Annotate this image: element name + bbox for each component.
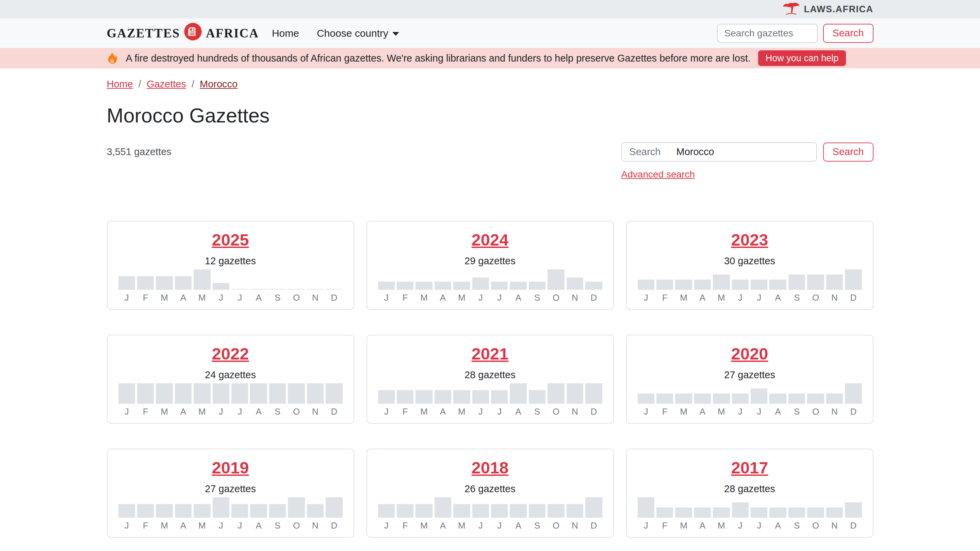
gazettes-africa-logo[interactable]: GAZETTES AFRICA [107, 22, 259, 44]
month-label: M [675, 292, 692, 303]
month-labels: JFMAMJJASOND [378, 520, 602, 531]
month-label: J [732, 292, 749, 303]
month-label: O [807, 292, 824, 303]
month-label: A [769, 407, 786, 417]
month-bar [156, 504, 172, 518]
month-label: M [194, 520, 210, 531]
search-gazettes-input[interactable] [717, 24, 818, 43]
month-labels: JFMAMJJASOND [638, 407, 862, 417]
month-label: J [231, 292, 248, 303]
month-label: J [751, 520, 767, 531]
month-bar [788, 275, 805, 290]
month-label: A [769, 292, 786, 303]
month-bar [378, 282, 395, 290]
year-link-2023[interactable]: 2023 [638, 230, 862, 249]
month-bar [307, 383, 324, 404]
month-label: D [845, 292, 862, 303]
filter-search-input[interactable]: Search Morocco [621, 142, 817, 162]
month-bar [194, 504, 210, 518]
navbar-search-button[interactable]: Search [823, 24, 873, 43]
month-label: O [547, 520, 564, 531]
nav-home[interactable]: Home [272, 27, 299, 39]
month-bar [175, 383, 192, 404]
laws-africa-logo[interactable]: LAWS.AFRICA [782, 2, 873, 17]
gazette-total-count: 3,551 gazettes [107, 142, 172, 157]
month-label: O [547, 407, 564, 417]
month-label: J [638, 292, 654, 303]
month-bar [675, 508, 692, 518]
month-bar [231, 289, 248, 290]
year-gazette-count: 27 gazettes [118, 483, 343, 495]
month-bar [326, 383, 342, 404]
month-bar [510, 504, 527, 518]
how-you-can-help-button[interactable]: How you can help [758, 50, 846, 66]
month-bar [547, 504, 564, 518]
year-gazette-count: 30 gazettes [638, 256, 862, 267]
breadcrumb-home[interactable]: Home [107, 79, 133, 90]
month-label: S [529, 407, 546, 417]
month-label: M [713, 407, 730, 417]
month-label: O [288, 292, 305, 303]
month-bar [826, 275, 843, 290]
breadcrumb-gazettes[interactable]: Gazettes [147, 79, 186, 90]
month-bar [826, 508, 843, 518]
month-bar [585, 497, 602, 518]
month-bar [713, 394, 730, 404]
month-bar [453, 282, 470, 290]
month-labels: JFMAMJJASOND [638, 292, 862, 303]
month-label: M [675, 520, 692, 531]
month-bar [307, 289, 324, 290]
year-link-2018[interactable]: 2018 [378, 458, 602, 477]
breadcrumb-separator: / [138, 79, 141, 90]
year-card-2017: 201728 gazettesJFMAMJJASOND [626, 449, 873, 538]
monthly-bar-chart [638, 383, 862, 404]
month-bar [845, 502, 862, 518]
month-bar [713, 275, 730, 290]
laws-africa-topbar: LAWS.AFRICA [0, 0, 980, 18]
year-link-2025[interactable]: 2025 [118, 230, 343, 249]
year-link-2020[interactable]: 2020 [638, 344, 862, 363]
year-gazette-count: 29 gazettes [378, 256, 602, 267]
month-bar [694, 508, 711, 518]
newspaper-icon [183, 22, 202, 44]
month-label: A [694, 407, 711, 417]
breadcrumb-morocco[interactable]: Morocco [200, 79, 237, 90]
year-link-2017[interactable]: 2017 [638, 458, 862, 477]
year-card-2018: 201826 gazettesJFMAMJJASOND [366, 449, 614, 538]
month-label: M [713, 520, 730, 531]
year-link-2022[interactable]: 2022 [118, 344, 343, 363]
year-link-2019[interactable]: 2019 [118, 458, 343, 477]
month-bar [491, 282, 508, 290]
year-link-2024[interactable]: 2024 [378, 230, 602, 249]
month-bar [307, 504, 324, 518]
nav-choose-country[interactable]: Choose country [317, 27, 399, 39]
advanced-search-link[interactable]: Advanced search [621, 169, 695, 180]
month-label: J [491, 520, 508, 531]
month-bar [732, 502, 749, 518]
laws-africa-wordmark: LAWS.AFRICA [804, 4, 873, 14]
month-bar [231, 383, 248, 404]
month-bar [510, 383, 527, 404]
month-label: A [250, 292, 267, 303]
year-link-2021[interactable]: 2021 [378, 344, 602, 363]
month-label: M [156, 292, 172, 303]
month-bar [434, 282, 451, 290]
filter-search-button[interactable]: Search [823, 143, 873, 162]
month-bar [845, 269, 862, 290]
month-label: D [326, 292, 342, 303]
month-labels: JFMAMJJASOND [378, 407, 602, 417]
monthly-bar-chart [378, 383, 602, 404]
month-label: D [326, 407, 342, 417]
month-label: N [826, 407, 843, 417]
month-label: D [585, 520, 602, 531]
page-title: Morocco Gazettes [107, 104, 873, 127]
month-label: S [269, 407, 286, 417]
month-label: A [434, 407, 451, 417]
month-label: S [269, 292, 286, 303]
month-bar [566, 278, 583, 290]
month-label: J [378, 520, 395, 531]
month-label: N [826, 520, 843, 531]
month-bar [732, 394, 749, 404]
month-bar [156, 276, 172, 290]
month-label: A [434, 520, 451, 531]
